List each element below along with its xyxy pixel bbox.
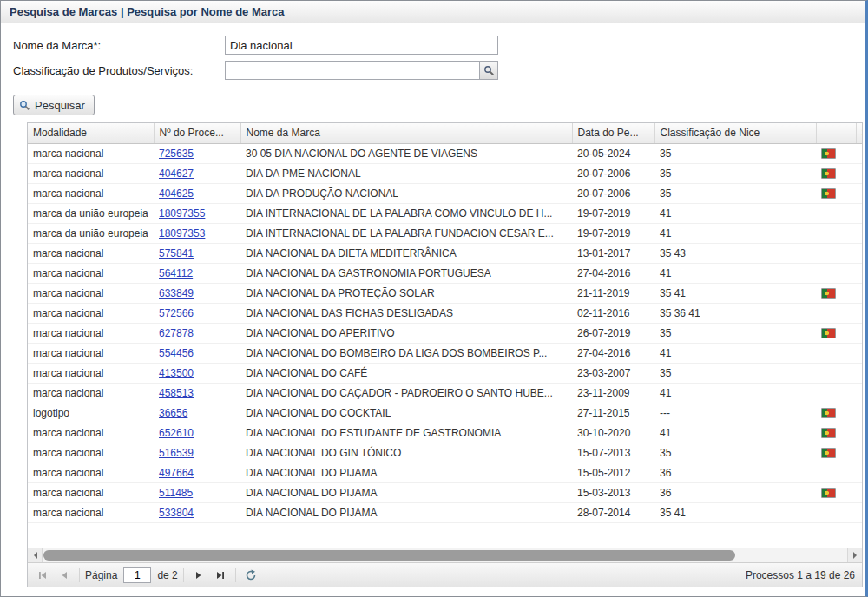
cell-processo: 725635 xyxy=(154,143,240,163)
table-row[interactable]: marca nacional 511485 DIA NACIONAL DO PI… xyxy=(28,482,862,502)
table-row[interactable]: logotipo 36656 DIA NACIONAL DO COCKTAIL … xyxy=(28,403,862,423)
cell-processo: 627878 xyxy=(154,323,240,343)
cell-nome-marca: DIA NACIONAL DO CAÇADOR - PADROEIRO O SA… xyxy=(240,383,572,403)
cell-nome-marca: DIA INTERNACIONAL DE LA PALABRA COMO VIN… xyxy=(240,203,572,223)
column-header-nice[interactable]: Classificação de Nice xyxy=(654,123,816,143)
cell-brand-image xyxy=(816,263,856,283)
classification-input[interactable] xyxy=(225,61,479,80)
cell-clipped xyxy=(856,203,862,223)
table-row[interactable]: marca nacional 404625 DIA DA PRODUÇÃO NA… xyxy=(28,183,862,203)
cell-nome-marca: DIA NACIONAL DO PIJAMA xyxy=(240,463,572,482)
scrollbar-track[interactable] xyxy=(43,548,847,562)
process-number-link[interactable]: 533804 xyxy=(159,507,194,519)
process-number-link[interactable]: 497664 xyxy=(159,467,194,479)
last-page-button[interactable] xyxy=(211,566,230,585)
cell-nome-marca: DIA DA PME NACIONAL xyxy=(240,163,572,183)
table-row[interactable]: marca nacional 652610 DIA NACIONAL DO ES… xyxy=(28,423,862,443)
first-page-button[interactable] xyxy=(33,566,52,585)
cell-brand-image xyxy=(816,163,856,183)
cell-data-pedido: 02-11-2016 xyxy=(572,303,654,323)
cell-classificacao-nice: 35 xyxy=(654,363,816,383)
process-number-link[interactable]: 18097355 xyxy=(159,207,205,220)
table-row[interactable]: marca nacional 564112 DIA NACIONAL DA GA… xyxy=(28,263,862,283)
table-row[interactable]: marca nacional 404627 DIA DA PME NACIONA… xyxy=(28,163,862,183)
process-number-link[interactable]: 575841 xyxy=(159,247,194,259)
process-number-link[interactable]: 627878 xyxy=(159,327,194,339)
process-number-link[interactable]: 511485 xyxy=(159,487,193,499)
cell-brand-image xyxy=(816,363,856,383)
cell-data-pedido: 28-07-2014 xyxy=(572,502,654,522)
refresh-icon xyxy=(245,569,257,581)
cell-classificacao-nice: 35 41 xyxy=(654,283,816,303)
table-row[interactable]: marca nacional 516539 DIA NACIONAL DO GI… xyxy=(28,443,862,463)
process-number-link[interactable]: 458513 xyxy=(159,387,194,399)
cell-processo: 652610 xyxy=(154,423,240,443)
table-row[interactable]: marca nacional 533804 DIA NACIONAL DO PI… xyxy=(28,502,862,522)
cell-processo: 18097353 xyxy=(154,223,240,243)
table-row[interactable]: marca nacional 575841 DIA NACIONAL DA DI… xyxy=(28,243,862,263)
grid-viewport: Modalidade Nº do Proce... Nome da Marca … xyxy=(28,123,862,548)
cell-classificacao-nice: 41 xyxy=(654,203,816,223)
table-row[interactable]: marca nacional 497664 DIA NACIONAL DO PI… xyxy=(28,463,862,482)
cell-clipped xyxy=(856,502,862,522)
process-number-link[interactable]: 633849 xyxy=(159,287,194,299)
process-number-link[interactable]: 554456 xyxy=(159,347,194,359)
refresh-button[interactable] xyxy=(241,566,260,585)
cell-classificacao-nice: 35 xyxy=(654,183,816,203)
page-number-input[interactable] xyxy=(123,567,151,583)
cell-processo: 511485 xyxy=(154,482,240,502)
cell-data-pedido: 21-11-2019 xyxy=(572,283,654,303)
process-number-link[interactable]: 725635 xyxy=(159,148,194,160)
table-row[interactable]: marca nacional 572566 DIA NACIONAL DAS F… xyxy=(28,303,862,323)
process-number-link[interactable]: 36656 xyxy=(159,407,187,419)
cell-nome-marca: DIA NACIONAL DO APERITIVO xyxy=(240,323,572,343)
table-row[interactable]: marca nacional 458513 DIA NACIONAL DO CA… xyxy=(28,383,862,403)
page-label: Página xyxy=(85,569,117,581)
cell-data-pedido: 15-07-2013 xyxy=(572,443,654,463)
cell-modalidade: marca nacional xyxy=(28,163,154,183)
horizontal-scrollbar[interactable] xyxy=(28,548,862,562)
brand-image-icon xyxy=(821,288,836,298)
process-number-link[interactable]: 652610 xyxy=(159,427,194,439)
prev-page-button[interactable] xyxy=(55,566,74,585)
column-header-clipped[interactable]: S xyxy=(856,123,862,143)
table-row[interactable]: marca da união europeia 18097353 DIA INT… xyxy=(28,223,862,243)
table-row[interactable]: marca nacional 633849 DIA NACIONAL DA PR… xyxy=(28,283,862,303)
process-number-link[interactable]: 572566 xyxy=(159,307,194,319)
process-number-link[interactable]: 404625 xyxy=(159,187,194,200)
process-number-link[interactable]: 404627 xyxy=(159,167,194,180)
toolbar-separator xyxy=(183,568,184,582)
brand-image-icon xyxy=(821,408,836,418)
process-number-link[interactable]: 564112 xyxy=(159,267,193,279)
cell-clipped xyxy=(856,443,862,463)
table-row[interactable]: marca nacional 554456 DIA NACIONAL DO BO… xyxy=(28,343,862,363)
process-number-link[interactable]: 18097353 xyxy=(159,227,205,239)
brand-name-input[interactable] xyxy=(225,36,498,55)
table-row[interactable]: marca nacional 725635 30 05 DIA NACIONAL… xyxy=(28,143,862,163)
classification-lookup-button[interactable] xyxy=(479,61,498,80)
column-header-imagem[interactable] xyxy=(816,123,856,143)
cell-brand-image xyxy=(816,283,856,303)
cell-clipped xyxy=(856,243,862,263)
cell-brand-image xyxy=(816,383,856,403)
cell-data-pedido: 27-11-2015 xyxy=(572,403,654,423)
cell-classificacao-nice: 35 xyxy=(654,143,816,163)
next-page-button[interactable] xyxy=(189,566,208,585)
column-header-modalidade[interactable]: Modalidade xyxy=(28,123,154,143)
column-header-nome[interactable]: Nome da Marca xyxy=(240,123,572,143)
process-number-link[interactable]: 413500 xyxy=(159,367,194,379)
table-row[interactable]: marca nacional 627878 DIA NACIONAL DO AP… xyxy=(28,323,862,343)
process-number-link[interactable]: 516539 xyxy=(159,447,194,459)
scrollbar-thumb[interactable] xyxy=(43,550,735,561)
column-header-data[interactable]: Data do Pe... xyxy=(572,123,654,143)
cell-data-pedido: 19-07-2019 xyxy=(572,223,654,243)
scroll-left-button[interactable] xyxy=(28,548,43,562)
table-row[interactable]: marca da união europeia 18097355 DIA INT… xyxy=(28,203,862,223)
cell-processo: 413500 xyxy=(154,363,240,383)
table-row[interactable]: marca nacional 413500 DIA NACIONAL DO CA… xyxy=(28,363,862,383)
cell-data-pedido: 19-07-2019 xyxy=(572,203,654,223)
pesquisar-button[interactable]: Pesquisar xyxy=(13,95,95,115)
scroll-right-button[interactable] xyxy=(847,548,862,562)
cell-nome-marca: DIA NACIONAL DO PIJAMA xyxy=(240,482,572,502)
column-header-processo[interactable]: Nº do Proce... xyxy=(154,123,240,143)
